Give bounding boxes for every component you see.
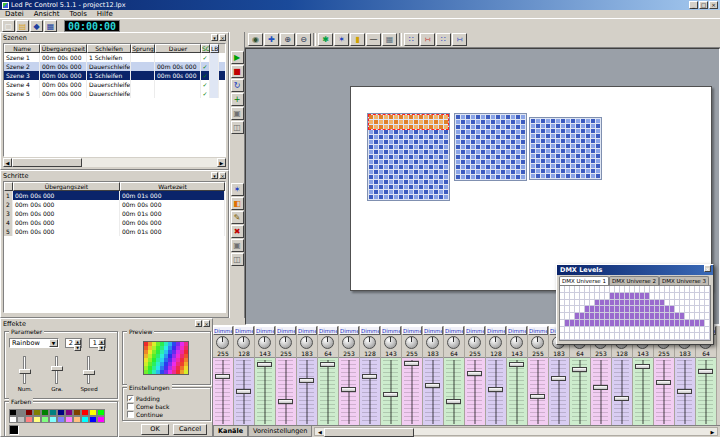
chevron-down-icon[interactable]: ▼ (49, 339, 58, 347)
loop-icon[interactable]: ↻ (231, 79, 244, 92)
color-swatch[interactable] (73, 416, 81, 423)
fader-handle[interactable] (698, 369, 713, 374)
matrix-tool-icon[interactable]: ▦ (44, 20, 57, 32)
color-swatch[interactable] (97, 409, 105, 416)
settings-icon[interactable]: ✶ (334, 33, 349, 46)
channel-knob[interactable] (279, 336, 292, 349)
add-scene-icon[interactable]: + (231, 93, 244, 106)
fader-handle[interactable] (404, 361, 419, 366)
menu-datei[interactable]: Datei (0, 10, 29, 18)
frame-icon[interactable]: ▦ (382, 33, 397, 46)
spinbox-2[interactable]: 1 ▲▼ (89, 338, 106, 348)
scene-flag-icon[interactable] (210, 71, 219, 80)
channel-fader[interactable] (549, 357, 569, 425)
close-icon[interactable]: × (219, 34, 226, 41)
channel-label-button[interactable]: Dimmer (465, 326, 485, 335)
lock-icon[interactable]: ▮ (350, 33, 365, 46)
spin-down-icon[interactable]: ▼ (98, 345, 105, 351)
channel-fader[interactable] (696, 357, 716, 425)
tab-dmx-universe-1[interactable]: DMX Universe 1 (559, 276, 609, 285)
spinbox-1[interactable]: 2 ▲▼ (65, 338, 82, 348)
fader-handle[interactable] (446, 399, 461, 404)
dmx-title-bar[interactable]: DMX Levels × (557, 265, 713, 275)
channel-fader[interactable] (360, 357, 380, 425)
fader-handle[interactable] (530, 394, 545, 399)
pin-icon[interactable]: ▾ (195, 320, 202, 327)
channel-knob[interactable] (426, 336, 439, 349)
color-swatch[interactable] (17, 409, 25, 416)
new-file-icon[interactable]: ▢ (2, 20, 15, 32)
play-icon[interactable]: ▶ (231, 51, 244, 64)
channel-fader[interactable] (234, 357, 254, 425)
channel-fader[interactable] (255, 357, 275, 425)
save-icon[interactable]: ◆ (30, 20, 43, 32)
close-icon[interactable]: × (203, 320, 210, 327)
color-swatch[interactable] (49, 416, 57, 423)
ok-button[interactable]: OK (141, 424, 169, 435)
zoom-out-icon[interactable]: ⊖ (296, 33, 311, 46)
close-icon[interactable]: × (704, 265, 711, 272)
channel-label-button[interactable]: Dimmer (528, 326, 548, 335)
open-file-icon[interactable]: ▤ (16, 20, 29, 32)
fader-handle[interactable] (635, 364, 650, 369)
channel-fader[interactable] (528, 357, 548, 425)
scroll-thumb[interactable] (324, 428, 414, 437)
column-header[interactable]: Sprung (131, 44, 155, 53)
slider-track-area[interactable] (41, 354, 73, 386)
channel-knob[interactable] (468, 336, 481, 349)
close-icon[interactable]: × (219, 172, 226, 179)
column-header[interactable]: LB (210, 44, 219, 53)
channel-fader[interactable] (381, 357, 401, 425)
maximize-icon[interactable]: □ (699, 1, 708, 9)
minimize-icon[interactable]: _ (689, 1, 698, 9)
color-swatch[interactable] (89, 416, 97, 423)
menu-hilfe[interactable]: Hilfe (92, 10, 118, 18)
scroll-right-icon[interactable]: ▶ (708, 428, 717, 437)
channel-label-button[interactable]: Dimmer (402, 326, 422, 335)
cancel-button[interactable]: Cancel (173, 424, 207, 435)
slider-track-area[interactable] (9, 354, 41, 386)
channel-label-button[interactable]: Dimmer (318, 326, 338, 335)
checkbox-option[interactable]: Continue (123, 410, 210, 418)
scroll-left-icon[interactable]: ◀ (3, 158, 12, 167)
stop-icon[interactable]: ■ (231, 65, 244, 78)
color-swatch[interactable] (89, 409, 97, 416)
szenen-hscrollbar[interactable]: ◀ ▶ (3, 158, 226, 167)
fader-handle[interactable] (236, 389, 251, 394)
channel-fader[interactable] (465, 357, 485, 425)
pencil-icon[interactable]: ✎ (231, 211, 244, 224)
line-icon[interactable]: — (366, 33, 381, 46)
fader-handle[interactable] (614, 396, 629, 401)
fader-handle[interactable] (572, 367, 587, 372)
channel-knob[interactable] (384, 336, 397, 349)
fader-handle[interactable] (593, 385, 608, 390)
table-row[interactable]: Szene 500m 00s 000Dauerschleife✓ (4, 89, 225, 98)
channel-knob[interactable] (237, 336, 250, 349)
channel-label-button[interactable]: Dimmer (339, 326, 359, 335)
fader-handle[interactable] (467, 371, 482, 376)
checkbox-icon[interactable]: ✓ (127, 395, 134, 402)
table-row[interactable]: Szene 300m 00s 0001 Schleifen00m 00s 000… (4, 71, 225, 80)
checkbox-option[interactable]: Come back (123, 402, 210, 410)
table-row[interactable]: 100m 00s 00000m 01s 000 (4, 191, 225, 200)
scene-flag-icon[interactable] (210, 89, 219, 98)
color-swatch[interactable] (17, 416, 25, 423)
selected-color[interactable] (9, 425, 19, 435)
channel-fader[interactable] (675, 357, 695, 425)
channel-knob[interactable] (258, 336, 271, 349)
channel-fader[interactable] (339, 357, 359, 425)
column-header[interactable]: SC (201, 44, 210, 53)
channel-knob[interactable] (300, 336, 313, 349)
menu-ansicht[interactable]: Ansicht (29, 10, 65, 18)
pan-icon[interactable]: ✚ (264, 33, 279, 46)
arrange-pairs-icon[interactable]: ∷ (404, 33, 419, 46)
led-matrix[interactable] (454, 113, 527, 181)
color-swatch[interactable] (49, 409, 57, 416)
channel-knob[interactable] (531, 336, 544, 349)
scene-flag-icon[interactable] (210, 62, 219, 71)
color-swatch[interactable] (25, 416, 33, 423)
channel-label-button[interactable]: Dimmer (234, 326, 254, 335)
channel-label-button[interactable]: Dimmer (507, 326, 527, 335)
channel-label-button[interactable]: Dimmer (423, 326, 443, 335)
channel-knob[interactable] (510, 336, 523, 349)
